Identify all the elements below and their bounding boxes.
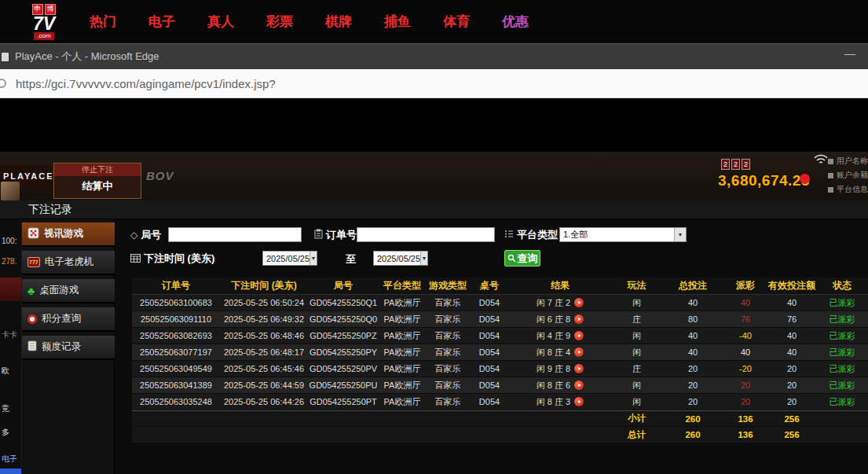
sidebar-item-live-games[interactable]: 视讯游戏 — [22, 222, 115, 247]
cell-bet-time: 2025-05-25 06:45:46 — [220, 361, 308, 377]
site-logo[interactable]: 申 博 7V .com — [16, 4, 72, 40]
browser-url-bar[interactable]: https://gci.7vvvvvv.com/agingame/pcv1/in… — [0, 69, 868, 98]
chevron-down-icon: ▼ — [420, 252, 427, 265]
bet-records-panel: 下注记录 100: 278. 卡卡 欧 竞 多 电子 — [0, 200, 868, 474]
cell-platform: PA欧洲厅 — [379, 328, 426, 344]
date-from-select[interactable]: 2025/05/25 ▼ — [262, 251, 317, 266]
col-valid-bet: 有效投注额 — [767, 277, 816, 294]
replay-play-icon[interactable] — [574, 314, 584, 324]
col-total-bet: 总投注 — [662, 277, 723, 294]
platform-type-label: 平台类型 — [504, 227, 558, 243]
result-text: 闲 8 庄 3 — [537, 396, 570, 408]
cell-game-type: 百家乐 — [426, 361, 470, 377]
total-label: 总计 — [611, 427, 662, 443]
sidebar-item-slots[interactable]: 777 电子老虎机 — [22, 251, 115, 275]
grand-total-row: 总计 260 136 256 — [132, 427, 868, 443]
nav-menu-item[interactable]: 电子 — [148, 13, 175, 31]
nav-menu-item[interactable]: 热门 — [90, 13, 116, 31]
replay-play-icon[interactable] — [574, 364, 584, 373]
cell-game-type: 百家乐 — [426, 328, 470, 344]
cell-play-type: 庄 — [611, 311, 662, 327]
nav-menu-item[interactable]: 棋牌 — [325, 13, 352, 31]
query-button[interactable]: 查询 — [504, 250, 540, 266]
round-number-input[interactable] — [168, 227, 302, 242]
replay-play-icon[interactable] — [574, 397, 584, 406]
col-platform: 平台类型 — [379, 277, 426, 294]
club-suit-icon: ♣ — [27, 285, 35, 296]
info-icon — [828, 159, 833, 164]
sidebar-item-label: 电子老虎机 — [45, 255, 94, 269]
order-number-input[interactable] — [357, 227, 495, 242]
strip-text-fragment: 278. — [2, 257, 16, 266]
nav-menu-item[interactable]: 捕鱼 — [384, 13, 411, 31]
date-to-select[interactable]: 2025/05/25 ▼ — [373, 251, 428, 266]
slot-machine-icon: 777 — [27, 257, 40, 267]
col-round: 局号 — [308, 277, 379, 294]
table-row: 250525063077197 2025-05-25 06:48:17 GD05… — [132, 344, 868, 361]
col-game-type: 游戏类型 — [426, 277, 470, 294]
url-text[interactable]: https://gci.7vvvvvv.com/agingame/pcv1/in… — [16, 77, 276, 90]
playace-logo: PLAYACE — [3, 171, 54, 181]
nav-menu-item[interactable]: 优惠 — [502, 13, 529, 31]
subtotal-payout: 136 — [723, 411, 767, 426]
round-number-label: ◇ 局号 — [130, 227, 161, 243]
sidebar-item-label: 额度记录 — [42, 340, 81, 354]
strip-text-fragment: 欧 — [2, 366, 9, 377]
cell-valid-bet: 40 — [767, 344, 816, 360]
cell-total-bet: 20 — [662, 361, 723, 377]
col-table: 桌号 — [470, 277, 509, 294]
date-range-to-label: 至 — [346, 252, 356, 266]
cell-status: 已派彩 — [816, 377, 868, 393]
clipboard-icon — [314, 229, 323, 241]
result-text: 闲 4 庄 9 — [537, 330, 570, 342]
cell-total-bet: 80 — [662, 311, 723, 327]
minimize-button[interactable]: — — [844, 47, 855, 60]
account-info-row: 平台信息 — [828, 184, 868, 195]
table-row: 250525063091110 2025-05-25 06:49:32 GD05… — [132, 311, 868, 328]
nav-menu-item[interactable]: 真人 — [207, 13, 234, 31]
cell-status: 已派彩 — [816, 328, 868, 344]
replay-play-icon[interactable] — [574, 298, 584, 307]
platform-type-select[interactable]: 1.全部 ▼ — [559, 227, 687, 242]
sidebar-item-quota-records[interactable]: 额度记录 — [22, 336, 115, 360]
sidebar-item-points-query[interactable]: 积分查询 — [22, 307, 115, 332]
replay-play-icon[interactable] — [574, 331, 584, 340]
cell-payout: -20 — [723, 361, 767, 377]
left-edge-strip: 100: 278. 卡卡 欧 竞 多 电子 — [0, 219, 22, 474]
chevron-down-icon: ▼ — [309, 252, 317, 265]
cell-play-type: 闲 — [611, 394, 662, 410]
strip-text-fragment: 多 — [2, 427, 9, 438]
replay-play-icon[interactable] — [574, 380, 584, 390]
search-icon — [507, 254, 516, 263]
sidebar-item-label: 桌面游戏 — [39, 284, 79, 297]
result-text: 闲 8 庄 4 — [537, 347, 570, 358]
cell-status: 已派彩 — [816, 344, 868, 360]
cell-result: 闲 6 庄 8 — [509, 311, 611, 327]
cell-platform: PA欧洲厅 — [379, 311, 426, 327]
result-text: 闲 7 庄 2 — [537, 297, 570, 309]
subtotal-status-empty — [816, 411, 868, 426]
cell-round: GD054255250PV — [308, 361, 379, 377]
balance-amount: 3,680,674.25 — [718, 172, 810, 189]
reload-icon[interactable] — [0, 79, 6, 88]
query-button-label: 查询 — [518, 252, 538, 266]
sidebar-item-table-games[interactable]: ♣ 桌面游戏 — [22, 279, 115, 303]
cell-total-bet: 40 — [662, 344, 723, 360]
cell-platform: PA欧洲厅 — [379, 361, 426, 377]
table-row: 250525063049549 2025-05-25 06:45:46 GD05… — [132, 361, 868, 377]
cell-round: GD054255250PY — [308, 344, 379, 360]
subtotal-row: 小计 260 136 256 — [132, 410, 868, 427]
cell-bet-time: 2025-05-25 06:48:46 — [220, 328, 308, 344]
cell-game-type: 百家乐 — [426, 311, 470, 327]
window-title: PlayAce - 个人 - Microsoft Edge — [15, 50, 159, 64]
cell-bet-time: 2025-05-25 06:44:26 — [220, 394, 308, 410]
strip-red-fragment — [0, 277, 22, 301]
cell-play-type: 闲 — [611, 377, 662, 393]
info-icon — [828, 187, 833, 193]
nav-menu-item[interactable]: 体育 — [443, 13, 470, 31]
wifi-icon — [814, 154, 828, 168]
replay-play-icon[interactable] — [574, 347, 584, 357]
cell-platform: PA欧洲厅 — [379, 394, 426, 410]
nav-menu-item[interactable]: 彩票 — [266, 13, 293, 31]
cell-game-type: 百家乐 — [426, 344, 470, 360]
